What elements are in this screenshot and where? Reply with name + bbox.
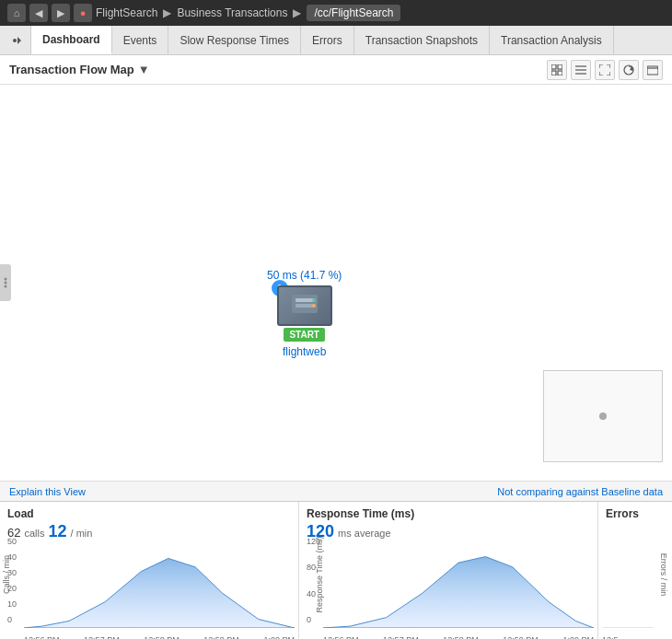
flow-map-icon-4[interactable]: [643, 60, 663, 80]
flow-map-title-text: Transaction Flow Map: [9, 63, 134, 76]
load-y-label: Calls / min: [2, 554, 11, 593]
svg-rect-2: [551, 64, 556, 69]
breadcrumb-business-transactions[interactable]: Business Transactions: [177, 6, 287, 19]
flow-map-icon-3[interactable]: [619, 60, 639, 80]
errors-y-label: Errors / min: [659, 552, 668, 596]
back-icon[interactable]: ◀: [29, 4, 48, 22]
errors-title: Errors: [606, 507, 665, 520]
flow-map-header: Transaction Flow Map ▼: [0, 55, 672, 85]
charts-section: Load 62 calls 12 / min 50 40 30 20 10 0 …: [0, 501, 672, 639]
svg-rect-5: [558, 71, 562, 76]
flow-map-dropdown-icon[interactable]: ▼: [138, 63, 150, 76]
svg-rect-17: [295, 298, 314, 302]
errors-chart-svg-container: [602, 529, 654, 628]
header-icons: [547, 60, 663, 80]
breadcrumb-arrow-2: ▶: [291, 6, 303, 19]
svg-rect-3: [558, 64, 562, 69]
flow-map-icon-0[interactable]: [547, 60, 567, 80]
load-x-labels: 12:56 PM 12:57 PM 12:58 PM 12:59 PM 1:00…: [24, 635, 295, 639]
svg-rect-18: [295, 304, 314, 308]
errors-chart-panel: Errors Errors / min 12:5...: [598, 502, 672, 639]
rt-chart-svg-container: [323, 550, 594, 628]
record-icon[interactable]: ●: [74, 4, 92, 22]
baseline-status: Not comparing against Baseline data: [497, 486, 663, 497]
main-content: Transaction Flow Map ▼: [0, 55, 672, 639]
top-navigation: ⌂ ◀ ▶ ● FlightSearch ▶ Business Transact…: [0, 0, 672, 26]
svg-point-14: [5, 282, 7, 285]
tab-bar: Dashboard Events Slow Response Times Err…: [0, 26, 672, 55]
svg-point-19: [312, 298, 316, 302]
svg-point-20: [312, 304, 316, 308]
mini-map[interactable]: [543, 370, 663, 462]
flow-node-flightweb[interactable]: 50 ms (41.7 %) 1 START flightweb: [267, 269, 342, 358]
svg-point-0: [13, 39, 17, 42]
flow-map-area[interactable]: 50 ms (41.7 %) 1 START flightweb: [0, 85, 672, 481]
node-icon-wrapper: 1 START flightweb: [277, 285, 332, 358]
home-icon[interactable]: ⌂: [7, 4, 26, 22]
load-chart-panel: Load 62 calls 12 / min 50 40 30 20 10 0 …: [0, 502, 299, 639]
rt-x-labels: 12:56 PM 12:57 PM 12:58 PM 12:59 PM 1:00…: [323, 635, 594, 639]
node-start-label: START: [284, 328, 325, 342]
svg-point-13: [5, 278, 7, 281]
node-box[interactable]: [277, 285, 332, 326]
tab-slow-response-times[interactable]: Slow Response Times: [168, 26, 301, 54]
response-time-unit: ms average: [338, 528, 390, 539]
svg-point-15: [5, 285, 7, 288]
explain-view-link[interactable]: Explain this View: [9, 486, 86, 497]
svg-rect-4: [551, 71, 556, 76]
flow-map-icon-2[interactable]: [595, 60, 615, 80]
svg-rect-11: [647, 66, 658, 75]
tab-dashboard[interactable]: Dashboard: [31, 26, 112, 54]
tab-errors[interactable]: Errors: [301, 26, 354, 54]
load-rate: 12: [48, 522, 66, 541]
node-name[interactable]: flightweb: [283, 345, 326, 358]
mini-map-indicator: [599, 412, 607, 420]
tab-menu-icon[interactable]: [4, 26, 31, 54]
breadcrumb-flightsearch[interactable]: FlightSearch: [96, 6, 157, 19]
breadcrumb-cc-flightsearch[interactable]: /cc/FlightSearch: [307, 5, 400, 21]
load-calls-unit: calls: [24, 528, 44, 539]
response-time-title: Response Time (ms): [307, 507, 590, 520]
breadcrumb-arrow-1: ▶: [161, 6, 173, 19]
flow-map-title[interactable]: Transaction Flow Map ▼: [9, 63, 150, 76]
errors-x-labels: 12:5...: [602, 635, 654, 639]
response-time-stats: 120 ms average: [307, 522, 590, 541]
response-time-chart-panel: Response Time (ms) 120 ms average 120 80…: [299, 502, 598, 639]
status-bar: Explain this View Not comparing against …: [0, 481, 672, 501]
tab-transaction-analysis[interactable]: Transaction Analysis: [490, 26, 614, 54]
load-chart-stats: 62 calls 12 / min: [7, 522, 291, 541]
load-chart-svg-container: [24, 550, 295, 628]
forward-icon[interactable]: ▶: [52, 4, 70, 22]
tab-transaction-snapshots[interactable]: Transaction Snapshots: [354, 26, 490, 54]
svg-marker-1: [17, 37, 21, 44]
flow-map-icon-1[interactable]: [571, 60, 591, 80]
load-rate-unit: / min: [71, 528, 93, 539]
load-chart-title: Load: [7, 507, 291, 520]
tab-events[interactable]: Events: [112, 26, 169, 54]
left-scroll-handle[interactable]: [0, 264, 11, 301]
